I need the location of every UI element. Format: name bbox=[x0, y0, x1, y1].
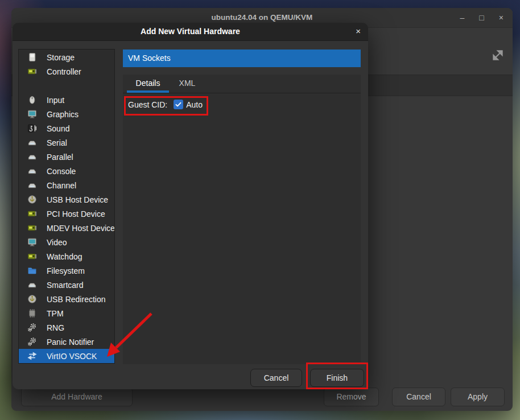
auto-checkbox-label[interactable]: Auto bbox=[186, 100, 203, 109]
sidebar-item-smartcard[interactable]: Smartcard bbox=[19, 278, 114, 292]
tab-xml[interactable]: XML bbox=[170, 75, 205, 93]
mouse-icon bbox=[27, 95, 37, 105]
checkmark-icon bbox=[175, 101, 182, 108]
sidebar-item-input[interactable]: Input bbox=[19, 93, 114, 107]
cancel-button[interactable]: Cancel bbox=[250, 369, 302, 387]
chip-icon bbox=[27, 209, 37, 219]
monitor-icon bbox=[27, 109, 37, 119]
sidebar-item-controller[interactable]: Controller bbox=[19, 64, 114, 79]
hardware-type-list: Storage Controller Input Graphics Sound … bbox=[18, 49, 115, 364]
panel-header: VM Sockets bbox=[123, 50, 361, 67]
guest-cid-row: Guest CID: Auto bbox=[123, 93, 361, 109]
chip-icon bbox=[27, 252, 37, 261]
sidebar-item-pci-host-device[interactable]: PCI Host Device bbox=[19, 207, 114, 221]
usb-icon bbox=[27, 294, 37, 304]
device-icon bbox=[27, 280, 37, 290]
finish-button[interactable]: Finish bbox=[310, 369, 364, 387]
vsock-icon bbox=[27, 351, 37, 361]
chip-icon bbox=[27, 223, 37, 233]
sidebar-item-video[interactable]: Video bbox=[19, 235, 114, 249]
remove-button[interactable]: Remove bbox=[324, 388, 379, 406]
device-icon bbox=[27, 180, 37, 190]
sidebar-item-usb-host-device[interactable]: USB Host Device bbox=[19, 192, 114, 207]
gears-icon bbox=[27, 337, 37, 347]
sidebar-item-mdev-host-device[interactable]: MDEV Host Device bbox=[19, 221, 114, 235]
sidebar-separator bbox=[19, 79, 114, 93]
sidebar-item-usb-redirection[interactable]: USB Redirection bbox=[19, 292, 114, 306]
guest-cid-label: Guest CID: bbox=[128, 100, 167, 109]
sidebar-item-watchdog[interactable]: Watchdog bbox=[19, 249, 114, 263]
sidebar-item-serial[interactable]: Serial bbox=[19, 135, 114, 150]
device-icon bbox=[27, 138, 37, 147]
dialog-title: Add New Virtual Hardware bbox=[13, 23, 368, 40]
chip-icon bbox=[27, 67, 37, 76]
sidebar-item-tpm[interactable]: TPM bbox=[19, 306, 114, 320]
fullscreen-icon[interactable] bbox=[490, 48, 505, 63]
sidebar-item-virtio-vsock[interactable]: VirtIO VSOCK bbox=[19, 349, 114, 363]
vm-cancel-button[interactable]: Cancel bbox=[392, 388, 445, 406]
tab-bar: Details XML bbox=[123, 75, 361, 93]
desktop: ubuntu24.04 on QEMU/KVM – □ × Add Hardwa… bbox=[0, 0, 520, 420]
gears-icon bbox=[27, 323, 37, 332]
speaker-icon bbox=[27, 123, 37, 133]
sidebar-item-filesystem[interactable]: Filesystem bbox=[19, 263, 114, 278]
sidebar-item-console[interactable]: Console bbox=[19, 164, 114, 178]
sidebar-item-parallel[interactable]: Parallel bbox=[19, 150, 114, 164]
apply-button[interactable]: Apply bbox=[451, 388, 505, 406]
tpm-icon bbox=[27, 308, 37, 318]
sidebar-item-graphics[interactable]: Graphics bbox=[19, 107, 114, 121]
sidebar-item-channel[interactable]: Channel bbox=[19, 178, 114, 192]
sidebar-item-panic-notifier[interactable]: Panic Notifier bbox=[19, 335, 114, 349]
tab-details[interactable]: Details bbox=[126, 75, 170, 93]
disk-icon bbox=[27, 52, 37, 62]
close-icon[interactable]: × bbox=[499, 8, 504, 27]
sidebar-item-rng[interactable]: RNG bbox=[19, 320, 114, 335]
dialog-close-icon[interactable]: × bbox=[356, 23, 361, 40]
device-icon bbox=[27, 166, 37, 176]
add-hardware-button[interactable]: Add Hardware bbox=[21, 388, 133, 406]
dialog-titlebar: Add New Virtual Hardware × bbox=[13, 23, 368, 41]
panel-notebook: Details XML Guest CID: Auto bbox=[123, 75, 361, 364]
usb-icon bbox=[27, 195, 37, 204]
device-icon bbox=[27, 152, 37, 162]
monitor-icon bbox=[27, 237, 37, 247]
auto-checkbox[interactable] bbox=[174, 100, 183, 109]
add-hardware-dialog: Add New Virtual Hardware × Storage Contr… bbox=[13, 23, 368, 389]
sidebar-item-storage[interactable]: Storage bbox=[19, 50, 114, 64]
folder-icon bbox=[27, 266, 37, 275]
maximize-icon[interactable]: □ bbox=[479, 8, 484, 27]
sidebar-item-sound[interactable]: Sound bbox=[19, 121, 114, 135]
minimize-icon[interactable]: – bbox=[460, 8, 465, 27]
window-controls: – □ × bbox=[460, 8, 504, 27]
